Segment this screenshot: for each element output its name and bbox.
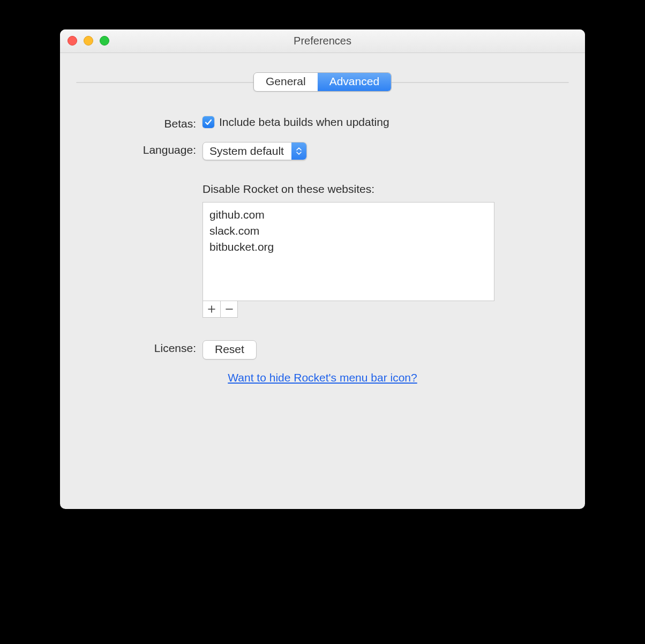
betas-text: Include beta builds when updating — [219, 116, 389, 129]
list-item[interactable]: bitbucket.org — [209, 239, 488, 255]
remove-button[interactable] — [220, 301, 237, 317]
betas-checkbox[interactable] — [202, 116, 214, 128]
titlebar: Preferences — [60, 29, 585, 53]
chevron-down-icon — [296, 152, 302, 155]
segmented-tabs: General Advanced — [253, 72, 392, 92]
language-popup[interactable]: System default — [202, 142, 307, 160]
popup-arrows-icon — [291, 143, 306, 160]
row-language: Language: System default — [77, 142, 568, 160]
blocklist-label: Disable Rocket on these websites: — [202, 183, 374, 196]
check-icon — [205, 118, 212, 126]
language-label: Language: — [77, 142, 202, 156]
tab-general[interactable]: General — [254, 73, 318, 91]
tab-control: General Advanced — [253, 72, 392, 92]
zoom-icon[interactable] — [100, 36, 109, 46]
preferences-window: Preferences General Advanced Betas: — [60, 29, 585, 509]
minus-icon — [226, 305, 233, 313]
plus-icon — [208, 305, 215, 313]
row-blocklist: Disable Rocket on these websites: github… — [77, 183, 568, 318]
list-item[interactable]: github.com — [209, 207, 488, 223]
blocklist-add-remove — [202, 301, 238, 318]
hide-menubar-link[interactable]: Want to hide Rocket's menu bar icon? — [228, 371, 417, 384]
row-betas: Betas: Include beta builds when updating — [77, 116, 568, 130]
window-controls — [68, 36, 109, 46]
form: Betas: Include beta builds when updating — [77, 116, 568, 384]
reset-button[interactable]: Reset — [202, 340, 257, 360]
row-license: License: Reset — [77, 340, 568, 360]
chevron-up-icon — [296, 147, 302, 151]
add-button[interactable] — [203, 301, 220, 317]
window-title: Preferences — [60, 35, 585, 47]
list-item[interactable]: slack.com — [209, 223, 488, 239]
hint-row: Want to hide Rocket's menu bar icon? — [77, 371, 568, 384]
language-value: System default — [203, 143, 291, 160]
blocklist-listbox[interactable]: github.com slack.com bitbucket.org — [202, 202, 494, 301]
minimize-icon[interactable] — [84, 36, 93, 46]
betas-checkbox-row: Include beta builds when updating — [202, 116, 389, 129]
betas-label: Betas: — [77, 116, 202, 130]
tab-advanced[interactable]: Advanced — [318, 73, 391, 91]
license-label: License: — [77, 340, 202, 355]
close-icon[interactable] — [68, 36, 77, 46]
